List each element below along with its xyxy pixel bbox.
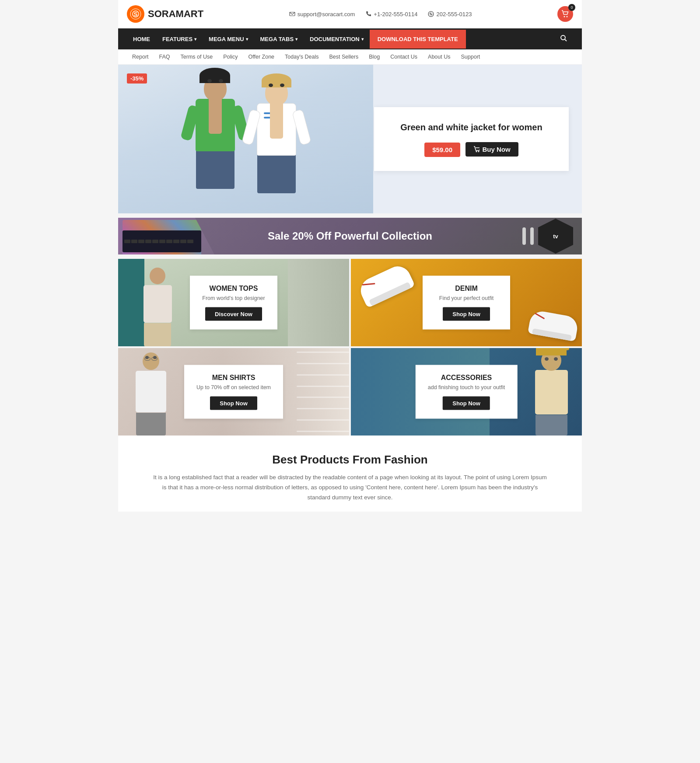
hero-price-button[interactable]: $59.00 <box>424 143 460 157</box>
logo[interactable]: S SORAMART <box>127 5 203 23</box>
cat-title-acc: ACCESSORIES <box>428 374 505 382</box>
sec-nav-faq[interactable]: FAQ <box>154 49 175 64</box>
top-contact: support@soracart.com +1-202-555-0114 202… <box>289 11 472 17</box>
sec-nav-deals[interactable]: Today's Deals <box>280 49 324 64</box>
category-grid: WOMEN TOPS From world's top designer Dis… <box>118 259 582 436</box>
sale-banner: Sale 20% Off Powerful Collection tv <box>118 218 582 254</box>
sec-nav-blog[interactable]: Blog <box>364 49 385 64</box>
hero-banner: -35% <box>118 65 582 213</box>
hero-card: Green and white jacket for women $59.00 … <box>374 107 569 171</box>
cat-sub-men: Up to 70% off on selected item <box>196 384 271 390</box>
nav-documentation[interactable]: DOCUMENTATION ▾ <box>304 30 370 49</box>
main-nav: HOME FEATURES ▾ MEGA MENU ▾ MEGA TABS ▾ … <box>118 28 582 49</box>
cat-title-denim: DENIM <box>435 285 498 293</box>
svg-point-11 <box>476 151 477 152</box>
svg-point-9 <box>561 35 565 40</box>
nav-home[interactable]: HOME <box>127 30 156 49</box>
best-products-description: It is a long established fact that a rea… <box>153 473 547 503</box>
sec-nav-policy[interactable]: Policy <box>218 49 243 64</box>
nav-features[interactable]: FEATURES ▾ <box>156 30 203 49</box>
cart-button[interactable]: 0 <box>557 6 573 22</box>
nav-mega-menu[interactable]: MEGA MENU ▾ <box>203 30 254 49</box>
sale-banner-deco-left <box>118 218 214 254</box>
cat-sub-women: From world's top designer <box>202 295 265 301</box>
sec-nav-bestsellers[interactable]: Best Sellers <box>324 49 364 64</box>
category-men-shirts[interactable]: MEN SHIRTS Up to 70% off on selected ite… <box>118 348 349 436</box>
logo-icon: S <box>127 5 144 23</box>
svg-point-7 <box>564 16 565 17</box>
phone2-contact: 202-555-0123 <box>428 11 472 17</box>
hero-buy-button[interactable]: Buy Now <box>466 142 518 157</box>
sec-nav-report[interactable]: Report <box>127 49 154 64</box>
hero-discount-badge: -35% <box>127 73 147 84</box>
sec-nav-terms[interactable]: Terms of Use <box>175 49 218 64</box>
best-products-section: Best Products From Fashion It is a long … <box>118 436 582 512</box>
top-bar: S SORAMART support@soracart.com +1-202-5… <box>118 0 582 28</box>
sale-tv-icon: tv <box>538 219 573 254</box>
svg-line-10 <box>565 39 567 41</box>
cat-title-men: MEN SHIRTS <box>196 374 271 382</box>
logo-text: SORAMART <box>148 8 203 20</box>
email-contact: support@soracart.com <box>289 11 355 17</box>
hero-buy-label: Buy Now <box>482 146 510 153</box>
cat-btn-denim[interactable]: Shop Now <box>443 307 490 321</box>
best-products-title: Best Products From Fashion <box>127 453 573 467</box>
cat-sub-acc: add finishing touch to your outfit <box>428 384 505 390</box>
cat-sub-denim: Find your perfect outfit <box>435 295 498 301</box>
cart-badge: 0 <box>568 4 575 11</box>
secondary-nav: Report FAQ Terms of Use Policy Offer Zon… <box>118 49 582 65</box>
category-denim[interactable]: DENIM Find your perfect outfit Shop Now <box>351 259 582 346</box>
svg-point-12 <box>478 151 480 152</box>
sec-nav-about[interactable]: About Us <box>423 49 455 64</box>
sale-banner-text: Sale 20% Off Powerful Collection <box>268 230 432 242</box>
cat-overlay-denim: DENIM Find your perfect outfit Shop Now <box>423 276 510 330</box>
phone1-contact: +1-202-555-0114 <box>365 11 417 17</box>
sec-nav-offer[interactable]: Offer Zone <box>243 49 280 64</box>
sale-product-decoration <box>522 227 534 245</box>
cat-btn-men[interactable]: Shop Now <box>210 397 257 410</box>
sec-nav-contact[interactable]: Contact Us <box>385 49 423 64</box>
hero-image <box>118 65 373 213</box>
cat-btn-women[interactable]: Discover Now <box>205 307 262 321</box>
cat-overlay-men: MEN SHIRTS Up to 70% off on selected ite… <box>184 365 283 419</box>
search-icon[interactable] <box>554 28 573 49</box>
nav-download[interactable]: DOWNLOAD THIS TEMPLATE <box>370 30 466 49</box>
cat-overlay-acc: ACCESSORIES add finishing touch to your … <box>416 365 518 419</box>
nav-mega-tabs[interactable]: MEGA TABS ▾ <box>254 30 304 49</box>
category-women-tops[interactable]: WOMEN TOPS From world's top designer Dis… <box>118 259 349 346</box>
hero-title: Green and white jacket for women <box>390 121 553 133</box>
cat-title-women: WOMEN TOPS <box>202 285 265 293</box>
cat-btn-acc[interactable]: Shop Now <box>443 397 490 410</box>
sec-nav-support[interactable]: Support <box>456 49 486 64</box>
cat-overlay-women: WOMEN TOPS From world's top designer Dis… <box>190 276 277 330</box>
svg-point-8 <box>566 16 567 17</box>
category-accessories[interactable]: ACCESSORIES add finishing touch to your … <box>351 348 582 436</box>
